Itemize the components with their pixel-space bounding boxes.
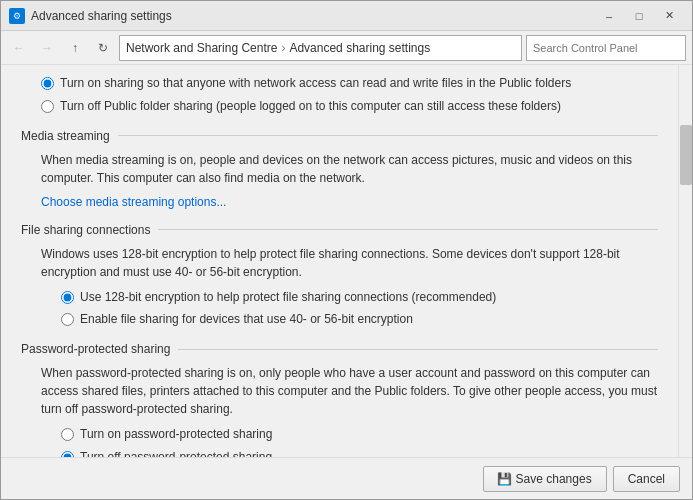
- password-radio-1-input[interactable]: [61, 428, 74, 441]
- close-button[interactable]: ✕: [654, 6, 684, 26]
- file-sharing-radio-1-label: Use 128-bit encryption to help protect f…: [80, 289, 496, 306]
- public-radio-2-input[interactable]: [41, 100, 54, 113]
- breadcrumb: Network and Sharing Centre › Advanced sh…: [119, 35, 522, 61]
- media-streaming-title: Media streaming: [21, 129, 110, 143]
- save-label: Save changes: [516, 472, 592, 486]
- password-radio-2: Turn off password-protected sharing: [61, 449, 658, 457]
- public-radio-2-label: Turn off Public folder sharing (people l…: [60, 98, 561, 115]
- file-sharing-radio-2: Enable file sharing for devices that use…: [61, 311, 658, 328]
- content-area: Turn on sharing so that anyone with netw…: [1, 65, 692, 457]
- save-icon: 💾: [498, 472, 512, 486]
- window-title: Advanced sharing settings: [31, 9, 594, 23]
- title-bar: ⚙ Advanced sharing settings – □ ✕: [1, 1, 692, 31]
- scrollbar-thumb[interactable]: [680, 125, 692, 185]
- breadcrumb-separator: ›: [281, 41, 285, 55]
- main-window: ⚙ Advanced sharing settings – □ ✕ ← → ↑ …: [0, 0, 693, 500]
- public-radio-1: Turn on sharing so that anyone with netw…: [41, 75, 658, 92]
- public-radio-2: Turn off Public folder sharing (people l…: [41, 98, 658, 115]
- address-bar: ← → ↑ ↻ Network and Sharing Centre › Adv…: [1, 31, 692, 65]
- file-sharing-divider: [158, 229, 658, 230]
- password-section-divider: [178, 349, 658, 350]
- search-box: [526, 35, 686, 61]
- password-radio-1: Turn on password-protected sharing: [61, 426, 658, 443]
- file-sharing-radio-2-label: Enable file sharing for devices that use…: [80, 311, 413, 328]
- media-streaming-link[interactable]: Choose media streaming options...: [41, 195, 226, 209]
- file-sharing-radio-2-input[interactable]: [61, 313, 74, 326]
- file-sharing-description: Windows uses 128-bit encryption to help …: [41, 245, 658, 281]
- cancel-button[interactable]: Cancel: [613, 466, 680, 492]
- window-controls: – □ ✕: [594, 6, 684, 26]
- password-radio-2-label: Turn off password-protected sharing: [80, 449, 272, 457]
- back-button[interactable]: ←: [7, 36, 31, 60]
- scrollbar: [678, 65, 692, 457]
- file-sharing-radio-1-input[interactable]: [61, 291, 74, 304]
- media-streaming-divider: [118, 135, 658, 136]
- minimize-button[interactable]: –: [594, 6, 624, 26]
- media-streaming-section-header: Media streaming: [21, 129, 658, 143]
- file-sharing-radio-1: Use 128-bit encryption to help protect f…: [61, 289, 658, 306]
- up-button[interactable]: ↑: [63, 36, 87, 60]
- public-radio-1-label: Turn on sharing so that anyone with netw…: [60, 75, 571, 92]
- password-section-header: Password-protected sharing: [21, 342, 658, 356]
- password-radio-1-label: Turn on password-protected sharing: [80, 426, 272, 443]
- refresh-button[interactable]: ↻: [91, 36, 115, 60]
- search-input[interactable]: [533, 42, 679, 54]
- window-icon: ⚙: [9, 8, 25, 24]
- breadcrumb-item-1: Network and Sharing Centre: [126, 41, 277, 55]
- file-sharing-title: File sharing connections: [21, 223, 150, 237]
- password-section-body: When password-protected sharing is on, o…: [21, 364, 658, 457]
- scroll-content: Turn on sharing so that anyone with netw…: [1, 65, 678, 457]
- file-sharing-section-header: File sharing connections: [21, 223, 658, 237]
- file-sharing-body: Windows uses 128-bit encryption to help …: [21, 245, 658, 329]
- forward-button[interactable]: →: [35, 36, 59, 60]
- media-streaming-body: When media streaming is on, people and d…: [21, 151, 658, 209]
- public-radio-1-input[interactable]: [41, 77, 54, 90]
- footer-bar: 💾 Save changes Cancel: [1, 457, 692, 499]
- public-folder-group: Turn on sharing so that anyone with netw…: [21, 75, 658, 115]
- password-radio-group: Turn on password-protected sharing Turn …: [41, 426, 658, 457]
- password-section-title: Password-protected sharing: [21, 342, 170, 356]
- maximize-button[interactable]: □: [624, 6, 654, 26]
- file-sharing-radio-group: Use 128-bit encryption to help protect f…: [41, 289, 658, 329]
- breadcrumb-item-2: Advanced sharing settings: [289, 41, 430, 55]
- password-section-description: When password-protected sharing is on, o…: [41, 364, 658, 418]
- save-changes-button[interactable]: 💾 Save changes: [483, 466, 607, 492]
- media-streaming-description: When media streaming is on, people and d…: [41, 151, 658, 187]
